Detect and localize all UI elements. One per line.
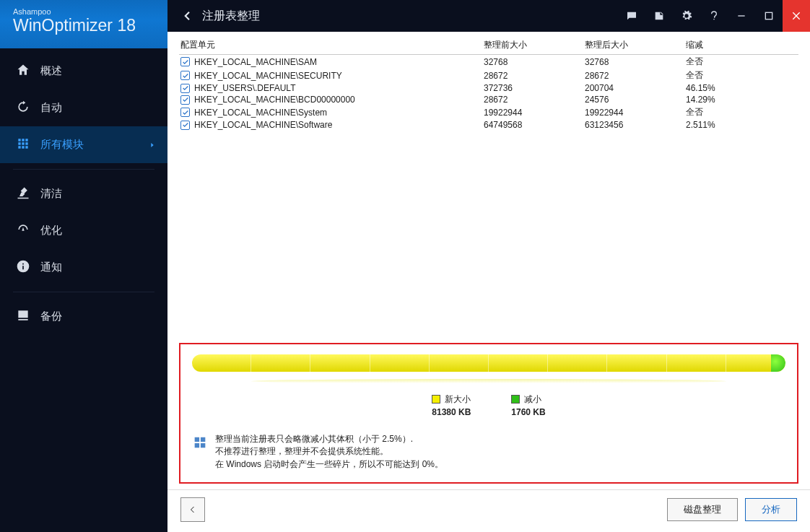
note-line: 不推荐进行整理，整理并不会提供系统性能。	[215, 445, 443, 458]
after-size: 32768	[583, 57, 684, 67]
reduction: 14.29%	[684, 95, 785, 105]
main: 注册表整理 配置单元 整理前大小 整理后大小 缩减 HKEY_LOCAL_MAC…	[167, 0, 810, 532]
gear-icon[interactable]	[673, 0, 700, 32]
result-panel: 新大小 81380 KB 减小 1760 KB 整理当前注册表只会略微减小其体积…	[179, 343, 798, 484]
sidebar-item-backup[interactable]: 备份	[0, 298, 167, 335]
sidebar-item-overview[interactable]: 概述	[0, 53, 167, 90]
help-icon[interactable]	[700, 0, 728, 32]
table-row[interactable]: HKEY_LOCAL_MACHINE\BCD000000002867224576…	[179, 94, 798, 105]
brand-name: WinOptimizer 18	[13, 16, 154, 35]
table-header: 配置单元 整理前大小 整理后大小 缩减	[179, 36, 798, 55]
loop-icon	[16, 100, 30, 116]
table-row[interactable]: HKEY_USERS\.DEFAULT37273620070446.15%	[179, 82, 798, 94]
sidebar-item-label: 通知	[40, 261, 62, 274]
table-row[interactable]: HKEY_LOCAL_MACHINE\SAM3276832768全否	[179, 55, 798, 69]
checkbox-icon[interactable]	[180, 71, 190, 80]
checkbox-icon[interactable]	[180, 108, 190, 117]
square-green-icon	[511, 395, 520, 404]
hive-name: HKEY_LOCAL_MACHINE\SECURITY	[194, 71, 342, 81]
disk-icon	[16, 308, 30, 325]
hive-name: HKEY_LOCAL_MACHINE\System	[194, 108, 327, 118]
sidebar-item-label: 所有模块	[40, 138, 84, 152]
nav-divider	[13, 169, 154, 170]
after-size: 19922944	[583, 108, 684, 118]
hive-name: HKEY_LOCAL_MACHINE\Software	[194, 120, 332, 130]
before-size: 28672	[482, 95, 583, 105]
registry-table: 配置单元 整理前大小 整理后大小 缩减 HKEY_LOCAL_MACHINE\S…	[179, 36, 798, 131]
brand-block: Ashampoo WinOptimizer 18	[0, 0, 167, 48]
after-size: 24576	[583, 95, 684, 105]
note-line: 在 Windows 启动时会产生一些碎片，所以不可能达到 0%。	[215, 458, 443, 471]
svg-rect-0	[738, 15, 744, 16]
size-bar	[192, 354, 785, 372]
gauge-icon	[16, 222, 30, 239]
col-reduce[interactable]: 缩减	[684, 39, 785, 51]
hive-name: HKEY_LOCAL_MACHINE\BCD00000000	[194, 95, 355, 105]
before-size: 372736	[482, 83, 583, 93]
sidebar-item-label: 备份	[40, 310, 62, 323]
back-button[interactable]	[175, 4, 199, 28]
col-after[interactable]: 整理后大小	[583, 39, 684, 51]
notes: 整理当前注册表只会略微减小其体积（小于 2.5%）. 不推荐进行整理，整理并不会…	[192, 433, 785, 471]
footer: 磁盘整理 分析	[167, 489, 810, 532]
home-icon	[16, 63, 30, 79]
table-row[interactable]: HKEY_LOCAL_MACHINE\Software6474956863123…	[179, 119, 798, 131]
nav-list: 概述 自动 所有模块 清洁 优化 通知	[0, 53, 167, 335]
after-size: 200704	[583, 83, 684, 93]
broom-icon	[16, 186, 30, 202]
bar-cap-green	[771, 354, 785, 372]
sidebar: Ashampoo WinOptimizer 18 概述 自动 所有模块	[0, 0, 167, 532]
legend: 新大小 81380 KB 减小 1760 KB	[192, 393, 785, 417]
before-size: 19922944	[482, 108, 583, 118]
after-size: 63123456	[583, 120, 684, 130]
reduction: 全否	[684, 69, 785, 82]
legend-new-size: 新大小 81380 KB	[432, 393, 471, 417]
sidebar-item-all-modules[interactable]: 所有模块	[0, 126, 167, 163]
reduction: 2.511%	[684, 120, 785, 130]
before-size: 28672	[482, 71, 583, 81]
reduction: 全否	[684, 106, 785, 118]
table-row[interactable]: HKEY_LOCAL_MACHINE\System199229441992294…	[179, 105, 798, 119]
maximize-button[interactable]	[755, 0, 783, 32]
svg-rect-1	[765, 12, 772, 19]
info-icon	[16, 259, 30, 276]
titlebar: 注册表整理	[167, 0, 810, 32]
before-size: 32768	[482, 57, 583, 67]
defrag-button[interactable]: 磁盘整理	[667, 498, 738, 521]
grid-icon	[16, 136, 30, 153]
minimize-button[interactable]	[728, 0, 755, 32]
note-icon[interactable]	[645, 0, 673, 32]
sidebar-item-label: 概述	[40, 64, 62, 78]
hive-name: HKEY_USERS\.DEFAULT	[194, 83, 295, 93]
reduction: 全否	[684, 56, 785, 68]
brand-top: Ashampoo	[13, 7, 154, 16]
sidebar-item-label: 自动	[40, 101, 62, 115]
sidebar-item-notify[interactable]: 通知	[0, 249, 167, 286]
checkbox-icon[interactable]	[180, 84, 190, 93]
page-title: 注册表整理	[202, 9, 260, 24]
close-button[interactable]	[783, 0, 810, 32]
after-size: 28672	[583, 71, 684, 81]
checkbox-icon[interactable]	[180, 121, 190, 130]
reduction: 46.15%	[684, 83, 785, 93]
table-row[interactable]: HKEY_LOCAL_MACHINE\SECURITY2867228672全否	[179, 69, 798, 82]
analyze-button[interactable]: 分析	[745, 498, 797, 521]
sidebar-item-label: 优化	[40, 224, 62, 237]
note-line: 整理当前注册表只会略微减小其体积（小于 2.5%）.	[215, 433, 443, 445]
footer-back-button[interactable]	[180, 497, 205, 522]
registry-icon	[192, 435, 208, 471]
before-size: 64749568	[482, 120, 583, 130]
sidebar-item-clean[interactable]: 清洁	[0, 175, 167, 212]
message-icon[interactable]	[618, 0, 645, 32]
square-yellow-icon	[432, 395, 440, 404]
checkbox-icon[interactable]	[180, 95, 190, 105]
sidebar-item-label: 清洁	[40, 187, 62, 201]
content: 配置单元 整理前大小 整理后大小 缩减 HKEY_LOCAL_MACHINE\S…	[167, 32, 810, 343]
chevron-right-icon	[149, 139, 156, 151]
sidebar-item-optimize[interactable]: 优化	[0, 212, 167, 249]
col-before[interactable]: 整理前大小	[482, 39, 583, 51]
col-hive[interactable]: 配置单元	[179, 39, 482, 51]
sidebar-item-auto[interactable]: 自动	[0, 90, 167, 126]
legend-reduce: 减小 1760 KB	[511, 393, 545, 417]
checkbox-icon[interactable]	[180, 57, 190, 66]
